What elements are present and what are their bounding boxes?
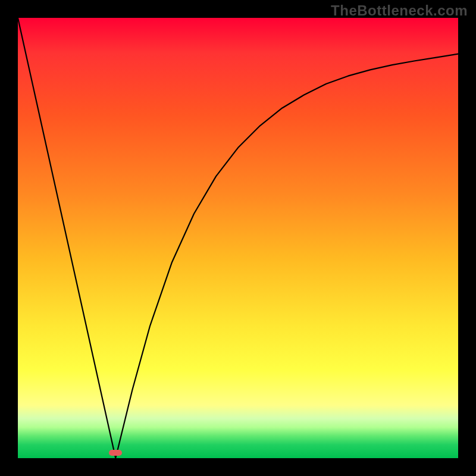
curve-svg	[18, 18, 458, 458]
minimum-marker	[109, 450, 122, 456]
chart-frame: TheBottleneck.com	[0, 0, 476, 476]
plot-area	[18, 18, 458, 458]
watermark-text: TheBottleneck.com	[331, 2, 468, 19]
bottleneck-curve	[18, 18, 458, 458]
